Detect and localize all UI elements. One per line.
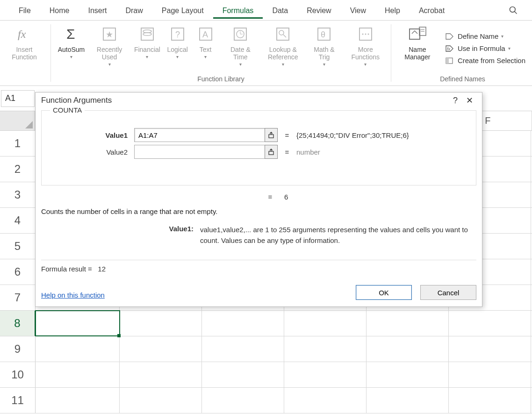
row-header[interactable]: 1 <box>0 131 36 156</box>
cell[interactable] <box>367 336 449 362</box>
cell[interactable] <box>449 388 531 413</box>
cell[interactable] <box>202 311 284 336</box>
tab-page-layout[interactable]: Page Layout <box>152 2 213 19</box>
dialog-help-button[interactable]: ? <box>448 96 462 106</box>
svg-rect-34 <box>269 151 273 155</box>
select-all-corner[interactable] <box>0 111 35 130</box>
svg-point-0 <box>510 7 516 12</box>
row-header[interactable]: 2 <box>0 157 36 182</box>
svg-line-19 <box>283 35 286 37</box>
cell[interactable] <box>202 388 284 413</box>
text-icon: A <box>198 24 214 44</box>
cell[interactable] <box>36 336 120 362</box>
tab-review[interactable]: Review <box>297 2 340 19</box>
row-header[interactable]: 3 <box>0 182 36 207</box>
chevron-down-icon: ▾ <box>282 62 284 67</box>
tab-acrobat[interactable]: Acrobat <box>410 2 454 19</box>
tab-help[interactable]: Help <box>375 2 410 19</box>
dialog-close-button[interactable]: ✕ <box>462 95 476 106</box>
row-header[interactable]: 5 <box>0 234 36 259</box>
text-button[interactable]: A Text ▾ <box>192 22 220 74</box>
autosum-button[interactable]: Σ AutoSum ▾ <box>55 22 88 74</box>
logical-button[interactable]: ? Logical ▾ <box>164 22 192 74</box>
tab-insert[interactable]: Insert <box>79 2 116 19</box>
tag-icon <box>445 32 455 41</box>
tab-view[interactable]: View <box>341 2 375 19</box>
insert-function-button[interactable]: fx Insert Function <box>2 22 47 74</box>
chevron-down-icon: ▾ <box>70 54 72 59</box>
logical-icon: ? <box>170 24 186 44</box>
math-trig-button[interactable]: θ Math & Trig ▾ <box>304 22 344 74</box>
arg-row-value2: Value2 = number <box>50 145 467 159</box>
cell[interactable] <box>367 311 449 336</box>
tab-home[interactable]: Home <box>40 2 79 19</box>
date-time-button[interactable]: Date & Time ▾ <box>220 22 261 74</box>
tab-data[interactable]: Data <box>263 2 297 19</box>
row-header[interactable]: 11 <box>0 388 36 413</box>
cell[interactable] <box>36 362 120 387</box>
range-selector-button[interactable] <box>265 128 278 142</box>
equals-sign: = <box>278 148 296 156</box>
formula-tag-icon: fx <box>445 44 455 53</box>
cell[interactable] <box>120 336 202 362</box>
cell[interactable] <box>284 336 367 362</box>
financial-button[interactable]: Financial ▾ <box>131 22 163 74</box>
range-selector-button[interactable] <box>265 145 278 159</box>
help-on-function-link[interactable]: Help on this function <box>41 291 105 299</box>
value1-preview: {25;41494;0;"DIV Error";30;TRUE;6} <box>296 131 409 139</box>
define-name-button[interactable]: Define Name ▾ <box>443 30 527 43</box>
row-header[interactable]: 7 <box>0 285 36 310</box>
value2-input[interactable] <box>134 145 265 159</box>
row-header[interactable]: 8 <box>0 311 36 336</box>
chevron-down-icon: ▾ <box>176 54 179 59</box>
cell[interactable] <box>202 362 284 387</box>
chevron-down-icon: ▾ <box>364 62 367 67</box>
ribbon-tabs: File Home Insert Draw Page Layout Formul… <box>0 0 532 21</box>
svg-point-8 <box>143 33 151 36</box>
chevron-down-icon: ▾ <box>204 54 207 59</box>
svg-text:fx: fx <box>18 28 26 40</box>
ok-button[interactable]: OK <box>356 285 412 300</box>
svg-text:A: A <box>202 30 208 39</box>
argument-description: Value1: value1,value2,... are 1 to 255 a… <box>41 220 476 255</box>
tab-formulas[interactable]: Formulas <box>213 2 263 19</box>
search-icon[interactable] <box>504 1 523 20</box>
row-header[interactable]: 10 <box>0 362 36 387</box>
chevron-down-icon: ▾ <box>239 62 242 67</box>
cell[interactable] <box>449 336 531 362</box>
cancel-button[interactable]: Cancel <box>420 285 476 300</box>
cell[interactable] <box>449 311 531 336</box>
lookup-reference-button[interactable]: Lookup & Reference ▾ <box>261 22 304 74</box>
ribbon-content: fx Insert Function Σ AutoSum ▾ ★ Recentl… <box>0 21 532 86</box>
cell[interactable] <box>36 388 120 413</box>
name-manager-button[interactable]: Name Manager <box>395 22 440 74</box>
svg-text:Σ: Σ <box>66 26 75 42</box>
cell[interactable] <box>120 311 202 336</box>
tab-draw[interactable]: Draw <box>116 2 152 19</box>
cell[interactable] <box>284 362 367 387</box>
cell[interactable] <box>120 362 202 387</box>
function-arguments-dialog: Function Arguments ? ✕ COUNTA Value1 = {… <box>35 92 482 307</box>
row-header[interactable]: 9 <box>0 336 36 362</box>
arg-desc-label: Value1: <box>41 225 200 246</box>
name-box[interactable]: A1 <box>1 90 35 107</box>
defined-names-label: Defined Names <box>395 74 530 85</box>
cell[interactable] <box>284 311 367 336</box>
svg-point-24 <box>365 34 366 35</box>
more-functions-button[interactable]: More Functions ▾ <box>344 22 387 74</box>
cell[interactable] <box>284 388 367 413</box>
recently-used-button[interactable]: ★ Recently Used ▾ <box>88 22 131 74</box>
dialog-titlebar[interactable]: Function Arguments ? ✕ <box>36 93 482 110</box>
cell[interactable] <box>202 336 284 362</box>
cell[interactable] <box>367 388 449 413</box>
value1-input[interactable] <box>134 128 265 142</box>
row-header[interactable]: 4 <box>0 208 36 233</box>
cell[interactable] <box>367 362 449 387</box>
tab-file[interactable]: File <box>9 2 40 19</box>
use-in-formula-button[interactable]: fx Use in Formula ▾ <box>443 43 527 55</box>
cell[interactable] <box>36 311 120 336</box>
row-header[interactable]: 6 <box>0 259 36 285</box>
create-from-selection-button[interactable]: Create from Selection <box>443 55 527 67</box>
cell[interactable] <box>449 362 531 387</box>
cell[interactable] <box>120 388 202 413</box>
